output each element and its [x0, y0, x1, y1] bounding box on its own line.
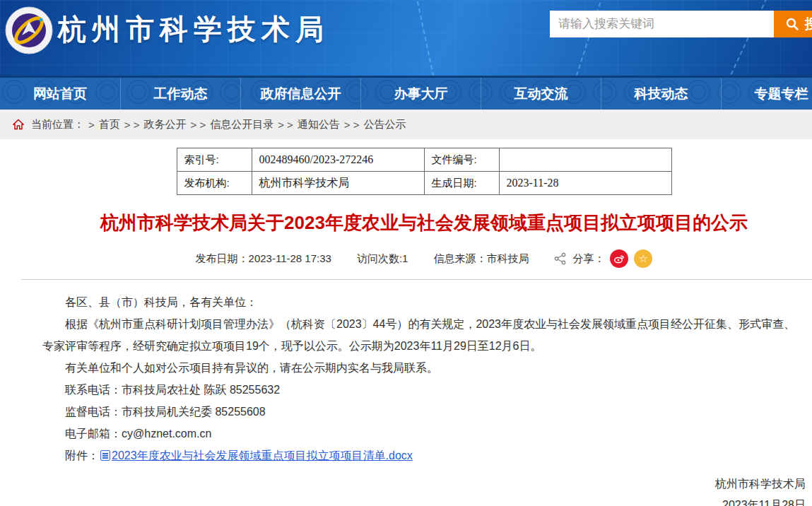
qzone-share-icon[interactable]: ☆: [634, 249, 652, 268]
page: 杭州市科学技术局 搜索 网站首页 工作动态 政府信息公开 办事大厅 互动交流 科…: [0, 0, 812, 506]
breadcrumb-separator: > >: [278, 119, 293, 131]
breadcrumb-item-home[interactable]: 首页: [99, 118, 120, 131]
breadcrumb: 当前位置： > 首页 > > 政务公开 > > 信息公开目录 > > 通知公告 …: [0, 110, 812, 139]
weibo-share-icon[interactable]: [610, 249, 628, 268]
index-number-value: 002489460/2023-272246: [252, 148, 424, 172]
breadcrumb-item-info-catalog[interactable]: 信息公开目录: [210, 118, 273, 131]
signature-org: 杭州市科学技术局: [42, 473, 806, 495]
paragraph: 各区、县（市）科技局，各有关单位：: [42, 291, 806, 313]
nav-item-service-hall[interactable]: 办事大厅: [360, 78, 481, 110]
home-icon[interactable]: [13, 119, 24, 130]
site-header: 杭州市科学技术局 搜索: [0, 0, 812, 76]
breadcrumb-item-announcements[interactable]: 公告公示: [364, 118, 406, 131]
issuing-agency-label: 发布机构:: [177, 172, 252, 195]
nav-item-home[interactable]: 网站首页: [0, 78, 120, 110]
word-doc-icon: [100, 450, 110, 461]
share-label: 分享：: [572, 252, 604, 266]
search-icon: [785, 17, 799, 31]
paragraph: 根据《杭州市重点科研计划项目管理办法》（杭科资〔2023〕44号）的有关规定，2…: [42, 313, 806, 357]
breadcrumb-separator: > >: [344, 119, 360, 131]
paragraph-supervise-phone: 监督电话：市科技局机关纪委 85255608: [42, 401, 806, 423]
share-area: 分享： ☆: [554, 249, 652, 268]
search-input[interactable]: [550, 11, 774, 37]
content: 索引号: 002489460/2023-272246 文件编号: 发布机构: 杭…: [0, 139, 812, 506]
search-button-label: 搜索: [805, 15, 812, 33]
paragraph: 有关单位和个人如对公示项目持有异议的，请在公示期内实名与我局联系。: [42, 357, 806, 379]
file-number-value: [499, 148, 671, 172]
attachment-link[interactable]: 2023年度农业与社会发展领域重点项目拟立项项目清单.docx: [112, 449, 413, 461]
attachment-line: 附件：2023年度农业与社会发展领域重点项目拟立项项目清单.docx: [42, 445, 806, 466]
issue-date-value: 2023-11-28: [499, 172, 671, 195]
site-title: 杭州市科学技术局: [58, 10, 329, 49]
paragraph-contact-phone: 联系电话：市科技局农社处 陈跃 85255632: [42, 379, 806, 401]
nav-item-special-topics[interactable]: 专题专栏: [721, 78, 812, 110]
file-number-label: 文件编号:: [424, 148, 499, 172]
breadcrumb-separator: >: [88, 119, 95, 131]
info-source: 信息来源：市科技局: [433, 252, 529, 266]
table-row: 索引号: 002489460/2023-272246 文件编号:: [177, 148, 671, 172]
breadcrumb-item-gov-open[interactable]: 政务公开: [143, 118, 186, 131]
breadcrumb-separator: > >: [190, 119, 206, 131]
search-button[interactable]: 搜索: [774, 11, 812, 37]
visit-count: 访问次数:1: [357, 252, 408, 266]
breadcrumb-separator: > >: [124, 119, 140, 131]
site-logo-icon[interactable]: [4, 6, 54, 55]
nav-item-gov-info[interactable]: 政府信息公开: [240, 78, 360, 110]
main-nav: 网站首页 工作动态 政府信息公开 办事大厅 互动交流 科技动态 专题专栏: [0, 76, 812, 110]
breadcrumb-item-notices[interactable]: 通知公告: [298, 118, 340, 131]
breadcrumb-prefix: 当前位置：: [31, 118, 84, 131]
article-meta: 发布日期：2023-11-28 17:33 访问次数:1 信息来源：市科技局 分…: [0, 249, 812, 268]
signature-date: 2023年11月28日: [42, 495, 806, 506]
issue-date-label: 生成日期:: [424, 172, 499, 195]
article-body: 各区、县（市）科技局，各有关单位： 根据《杭州市重点科研计划项目管理办法》（杭科…: [0, 280, 812, 466]
nav-item-interaction[interactable]: 互动交流: [481, 78, 601, 110]
paragraph-email: 电子邮箱：cy@hznet.com.cn: [42, 423, 806, 445]
issuing-agency-value: 杭州市科学技术局: [252, 172, 424, 195]
search-box: 搜索: [550, 11, 812, 37]
attachment-label: 附件：: [65, 449, 99, 461]
page-title: 杭州市科学技术局关于2023年度农业与社会发展领域重点项目拟立项项目的公示: [0, 211, 812, 235]
publish-date: 发布日期：2023-11-28 17:33: [196, 252, 331, 266]
nav-item-work-news[interactable]: 工作动态: [120, 78, 240, 110]
doc-info-table: 索引号: 002489460/2023-272246 文件编号: 发布机构: 杭…: [177, 148, 672, 195]
share-icon: [554, 252, 567, 265]
table-row: 发布机构: 杭州市科学技术局 生成日期: 2023-11-28: [177, 172, 671, 195]
index-number-label: 索引号:: [177, 148, 252, 172]
signature-block: 杭州市科学技术局 2023年11月28日: [0, 466, 812, 506]
nav-item-tech-news[interactable]: 科技动态: [601, 78, 721, 110]
